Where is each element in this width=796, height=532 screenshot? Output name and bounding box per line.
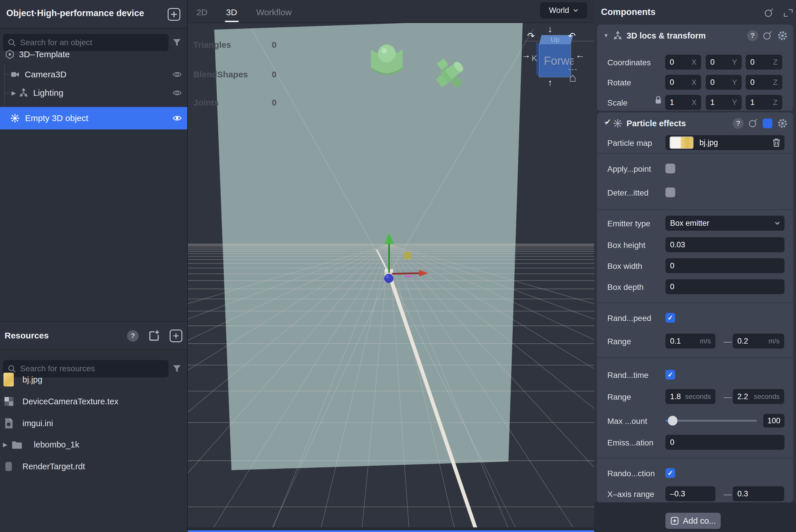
- filter-icon[interactable]: [173, 39, 181, 46]
- home-view-icon[interactable]: ⌂: [569, 71, 576, 84]
- nav-arrow-right-icon[interactable]: →: [522, 50, 531, 60]
- time-range-min-field[interactable]: 1.8seconds: [665, 389, 716, 404]
- resource-label: lebombo_1k: [34, 440, 79, 450]
- scene-3d-view[interactable]: Triangles 0 BlendShapes 0 Joints 0: [188, 23, 594, 532]
- box-width-field[interactable]: 0: [665, 258, 784, 273]
- gizmo-z-axis[interactable]: [384, 274, 393, 283]
- random-speed-checkbox[interactable]: [665, 313, 675, 323]
- max-count-row: Max ...ount 100: [597, 413, 793, 428]
- image-thumbnail: [3, 373, 14, 386]
- speed-range-max-field[interactable]: 0.2m/s: [733, 334, 784, 348]
- transform-section-title: 3D locs & transform: [627, 31, 706, 41]
- reset-section-icon[interactable]: [763, 31, 773, 41]
- world-space-selector[interactable]: World: [540, 2, 587, 18]
- particle-map-filename: bj.jpg: [699, 138, 718, 147]
- rotate-x-field[interactable]: 0X: [665, 75, 701, 90]
- nav-rotate-ccw-icon[interactable]: ↶: [568, 31, 576, 41]
- resource-label: DeviceCameraTexture.tex: [22, 397, 118, 406]
- emitter-type-dropdown[interactable]: Box emitter: [665, 216, 784, 231]
- resource-item-lebombo-1k[interactable]: ▶ lebombo_1k: [0, 435, 187, 454]
- nav-arrow-down-icon[interactable]: ↓: [548, 24, 552, 34]
- world-space-label: World: [549, 6, 569, 15]
- import-resource-icon[interactable]: [148, 329, 160, 342]
- section-divider: [597, 153, 793, 154]
- coordinates-x-field[interactable]: 0X: [665, 55, 701, 70]
- emission-field[interactable]: 0: [665, 435, 784, 450]
- rotate-z-field[interactable]: 0Z: [746, 75, 782, 90]
- help-icon[interactable]: ?: [747, 30, 758, 41]
- components-panel: Components ▼ 3D locs & transform ? Coord…: [594, 0, 796, 532]
- lock-icon[interactable]: [654, 96, 662, 105]
- editor-window: Object·High-performance device 3D–Templa…: [0, 0, 796, 532]
- help-icon[interactable]: ?: [127, 330, 139, 342]
- resource-item-bj-jpg[interactable]: bj.jpg: [0, 370, 187, 389]
- random-speed-label: Rand...peed: [607, 314, 651, 323]
- max-count-value[interactable]: 100: [763, 414, 784, 428]
- coordinates-z-field[interactable]: 0Z: [746, 55, 782, 70]
- rotate-y-field[interactable]: 0Y: [706, 75, 742, 90]
- max-count-slider-handle[interactable]: [668, 416, 678, 425]
- resource-item-imgui-ini[interactable]: imgui.ini: [0, 414, 187, 433]
- xaxis-range-max-field[interactable]: 0.3: [733, 486, 784, 501]
- trash-icon[interactable]: [773, 138, 780, 147]
- panel-layout-icon[interactable]: [783, 8, 793, 18]
- box-depth-field[interactable]: 0: [665, 279, 784, 294]
- gear-icon[interactable]: [777, 30, 788, 41]
- speed-range-min-field[interactable]: 0.1m/s: [665, 334, 716, 348]
- emission-label: Emiss...ation: [607, 438, 653, 448]
- emitter-plane: [214, 23, 523, 470]
- stat-label: Joints: [193, 98, 219, 107]
- tree-item-3d-template[interactable]: 3D–Template: [0, 46, 187, 63]
- tab-3d[interactable]: 3D: [226, 7, 237, 17]
- random-time-checkbox[interactable]: [665, 370, 675, 380]
- folder-icon: [11, 440, 23, 450]
- tab-2d[interactable]: 2D: [196, 7, 207, 17]
- xaxis-range-min-field[interactable]: –0.3: [665, 486, 716, 501]
- gizmo-x-axis[interactable]: [392, 273, 420, 274]
- expand-caret-icon[interactable]: ▶: [12, 90, 16, 96]
- gizmo-plane-handle[interactable]: [404, 252, 411, 259]
- nav-arrow-left-icon[interactable]: ←: [575, 50, 585, 60]
- help-icon[interactable]: ?: [733, 118, 744, 129]
- add-object-button[interactable]: [168, 8, 180, 21]
- search-icon: [7, 38, 16, 47]
- scale-x-field[interactable]: 1X: [665, 95, 701, 110]
- tree-item-lighting[interactable]: ▶ Lighting: [0, 84, 187, 102]
- tree-item-camera3d[interactable]: Camera3D: [0, 65, 187, 83]
- add-resource-button[interactable]: [170, 329, 182, 342]
- gear-icon[interactable]: [777, 118, 788, 129]
- expand-caret-icon[interactable]: ▶: [3, 441, 7, 448]
- time-range-max-field[interactable]: 2.2seconds: [733, 389, 784, 404]
- max-count-slider[interactable]: [665, 420, 757, 422]
- scale-y-field[interactable]: 1Y: [706, 95, 742, 110]
- random-direction-label: Rando...ction: [607, 469, 655, 478]
- component-enabled-checkbox[interactable]: [763, 118, 773, 128]
- box-height-field[interactable]: 0.03: [665, 237, 784, 252]
- random-direction-checkbox[interactable]: [665, 468, 675, 478]
- visibility-eye-icon[interactable]: [172, 114, 182, 122]
- tree-item-empty-3d-object[interactable]: Empty 3D object: [0, 107, 187, 129]
- particle-map-field[interactable]: bj.jpg: [665, 135, 784, 150]
- coordinates-y-field[interactable]: 0Y: [706, 55, 742, 70]
- nav-rotate-cw-icon[interactable]: ↷: [527, 31, 535, 41]
- particle-map-thumbnail[interactable]: [669, 136, 694, 149]
- reset-section-icon[interactable]: [748, 118, 758, 128]
- collapse-triangle-icon[interactable]: ▼: [603, 33, 609, 39]
- particle-section-header: ▼ Particle effects ?: [603, 117, 788, 130]
- scale-z-field[interactable]: 1Z: [746, 95, 782, 110]
- resource-item-rendertarget[interactable]: RenderTarget.rdt: [0, 457, 187, 476]
- nav-arrow-up-icon[interactable]: ↑: [548, 77, 552, 88]
- reset-components-icon[interactable]: [764, 8, 774, 18]
- object-panel-header: Object·High-performance device: [0, 0, 187, 29]
- add-component-button[interactable]: Add co...: [665, 513, 721, 529]
- visibility-eye-icon[interactable]: [172, 89, 182, 97]
- section-divider: [597, 303, 793, 303]
- plus-icon: [173, 332, 179, 339]
- tab-workflow[interactable]: Workflow: [256, 7, 291, 17]
- visibility-eye-icon[interactable]: [172, 71, 182, 78]
- render-target-icon: [3, 461, 14, 472]
- resource-item-devicecameratexture[interactable]: DeviceCameraTexture.tex: [0, 392, 187, 411]
- apply-point-checkbox[interactable]: [665, 164, 675, 173]
- deter-itted-checkbox[interactable]: [665, 188, 675, 197]
- hexagon-scene-icon: [5, 49, 15, 59]
